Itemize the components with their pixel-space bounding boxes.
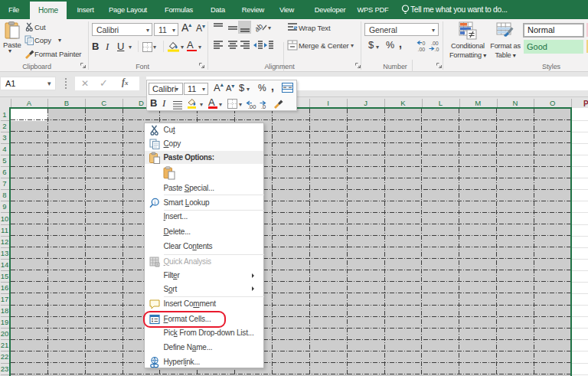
svg-text:ab: ab [256,21,265,33]
svg-text:.00: .00 [418,47,426,52]
svg-text:0: 0 [423,41,426,46]
svg-text:.00: .00 [248,103,256,110]
svg-text:.00: .00 [431,41,439,46]
svg-text:i: i [154,198,155,205]
svg-text:.0: .0 [435,47,439,52]
svg-text:.0: .0 [261,103,266,110]
